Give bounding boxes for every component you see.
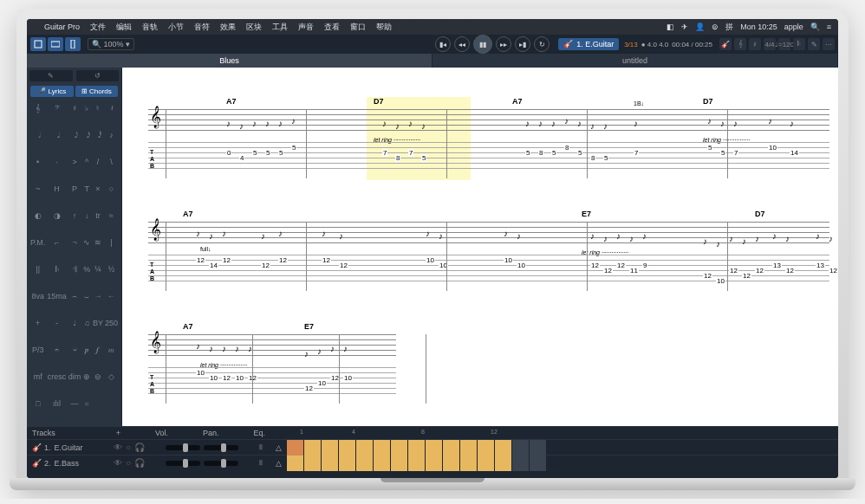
note[interactable]: ♪ xyxy=(742,236,746,246)
bar-cell[interactable] xyxy=(443,440,460,456)
palette-symbol[interactable]: 𝄐 xyxy=(47,344,67,356)
note[interactable]: ♪ xyxy=(616,231,621,241)
bar-cell[interactable] xyxy=(391,456,408,471)
note[interactable]: ♪ xyxy=(426,229,430,238)
palette-symbol[interactable]: cresc xyxy=(47,371,67,383)
solo-icon[interactable]: 🎧 xyxy=(134,443,145,452)
tab-fret-number[interactable]: 12 xyxy=(755,267,764,275)
palette-symbol[interactable]: ∿ xyxy=(82,236,91,249)
note[interactable]: ♪ xyxy=(517,231,521,241)
more-icon[interactable]: ⋯ xyxy=(823,38,835,50)
palette-symbol[interactable]: ¬ xyxy=(68,236,81,249)
view-vertical-button[interactable] xyxy=(65,37,81,51)
note[interactable]: ♪ xyxy=(716,239,720,249)
palette-symbol[interactable]: ≈ xyxy=(105,210,118,222)
forward-button[interactable]: ▸▸ xyxy=(496,36,511,52)
tab-untitled[interactable]: untitled xyxy=(432,54,838,68)
add-track-icon[interactable]: + xyxy=(116,429,120,437)
tab-fret-number[interactable]: 12 xyxy=(603,267,613,275)
mute-icon[interactable]: ○ xyxy=(126,443,131,452)
chords-mode-button[interactable]: ⊞ Chords xyxy=(75,86,119,97)
menu-file[interactable]: 文件 xyxy=(90,22,106,33)
note[interactable]: ♪ xyxy=(252,119,257,128)
status-wifi-icon[interactable]: ⊚ xyxy=(712,23,719,31)
note[interactable]: ♪ xyxy=(733,119,738,128)
note[interactable]: ♪ xyxy=(408,119,413,128)
bar-cell[interactable] xyxy=(374,440,391,456)
tab-fret-number[interactable]: 7 xyxy=(634,149,639,157)
chord-symbol[interactable]: A7 xyxy=(226,97,237,106)
bar-cell[interactable] xyxy=(322,456,339,471)
view-page-button[interactable] xyxy=(30,37,46,51)
palette-symbol[interactable]: 𝄢 xyxy=(47,102,67,114)
palette-symbol[interactable]: ◑ xyxy=(47,210,67,222)
tab-fret-number[interactable]: 8 xyxy=(564,144,569,152)
bar-cell[interactable] xyxy=(530,456,547,471)
menu-section[interactable]: 区块 xyxy=(246,22,262,33)
bar-cell[interactable] xyxy=(460,456,478,471)
palette-symbol[interactable]: | xyxy=(105,236,118,249)
palette-symbol[interactable]: ⊕ xyxy=(82,371,91,383)
note[interactable]: ♪ xyxy=(222,229,226,238)
track-bar-overview[interactable] xyxy=(287,456,838,471)
chord-symbol[interactable]: D7 xyxy=(703,97,713,106)
tab-fret-number[interactable]: 10 xyxy=(343,374,353,382)
play-pause-button[interactable]: ▮▮ xyxy=(473,35,492,54)
bar-cell[interactable] xyxy=(478,456,495,471)
palette-symbol[interactable]: ⌐ xyxy=(47,236,67,249)
palette-symbol[interactable]: 𝆑 xyxy=(93,344,103,356)
note[interactable]: ♪ xyxy=(603,234,608,243)
tuning-icon[interactable]: 🎸 xyxy=(719,38,732,50)
tab-fret-number[interactable]: 12 xyxy=(742,272,751,280)
tab-fret-number[interactable]: 14 xyxy=(790,149,799,157)
app-name[interactable]: Guitar Pro xyxy=(44,23,80,31)
username[interactable]: apple xyxy=(784,23,803,31)
tab-fret-number[interactable]: 12 xyxy=(829,267,838,275)
note[interactable]: ♪ xyxy=(235,344,239,353)
note[interactable]: ♪ xyxy=(265,119,270,128)
current-track-selector[interactable]: 🎸 1. E.Guitar xyxy=(558,38,619,50)
tab-fret-number[interactable]: 5 xyxy=(720,149,725,157)
palette-symbol[interactable]: ♩ xyxy=(68,317,81,329)
visibility-icon[interactable]: 👁 xyxy=(114,458,122,468)
chord-symbol[interactable]: E7 xyxy=(304,322,314,331)
palette-symbol[interactable]: ♫ xyxy=(82,317,91,329)
palette-symbol[interactable]: / xyxy=(93,156,103,168)
search-icon[interactable]: 🔍 xyxy=(810,23,820,31)
tab-fret-number[interactable]: 12 xyxy=(222,374,231,382)
palette-symbol[interactable]: □ xyxy=(30,397,45,410)
palette-symbol[interactable]: → xyxy=(93,290,103,302)
note[interactable]: ♪ xyxy=(382,119,387,128)
note[interactable]: ♪ xyxy=(634,119,638,128)
input-method[interactable]: 拼 xyxy=(725,22,733,33)
bar-cell[interactable] xyxy=(374,456,391,471)
note[interactable]: ♪ xyxy=(330,344,335,353)
palette-symbol[interactable]: • xyxy=(30,156,45,168)
tab-fret-number[interactable]: 4 xyxy=(239,154,244,162)
menu-view[interactable]: 查看 xyxy=(324,22,340,33)
tab-fret-number[interactable]: 10 xyxy=(196,369,205,377)
note[interactable]: ♪ xyxy=(239,121,244,131)
tab-fret-number[interactable]: 5 xyxy=(278,149,283,157)
palette-symbol[interactable]: P/3 xyxy=(30,344,45,356)
pan-slider[interactable] xyxy=(204,445,238,450)
palette-symbol[interactable]: 𝅘𝅥𝅮 xyxy=(68,129,81,141)
palette-symbol[interactable]: 𝄞 xyxy=(30,102,45,114)
palette-symbol[interactable]: > xyxy=(68,156,81,168)
tab-fret-number[interactable]: 7 xyxy=(733,149,738,157)
tab-fret-number[interactable]: 10 xyxy=(768,144,777,152)
tab-fret-number[interactable]: 10 xyxy=(517,262,526,269)
bar-cell[interactable] xyxy=(460,440,478,456)
tab-fret-number[interactable]: 13 xyxy=(772,262,782,269)
loop-button[interactable]: ↻ xyxy=(534,36,550,52)
palette-symbol[interactable]: + xyxy=(30,317,45,329)
track-bar-overview[interactable] xyxy=(287,440,838,456)
lyrics-mode-button[interactable]: 🎤 Lyrics xyxy=(30,86,74,97)
bar-cell[interactable] xyxy=(495,456,512,471)
note[interactable]: ♪ xyxy=(768,116,772,126)
key-icon[interactable]: ♯ xyxy=(749,38,761,50)
tab-fret-number[interactable]: 10 xyxy=(504,256,513,264)
bar-cell[interactable] xyxy=(339,440,356,456)
palette-symbol[interactable]: 𝄇 xyxy=(68,263,81,275)
palette-edit-icon[interactable]: ✎ xyxy=(29,70,73,81)
